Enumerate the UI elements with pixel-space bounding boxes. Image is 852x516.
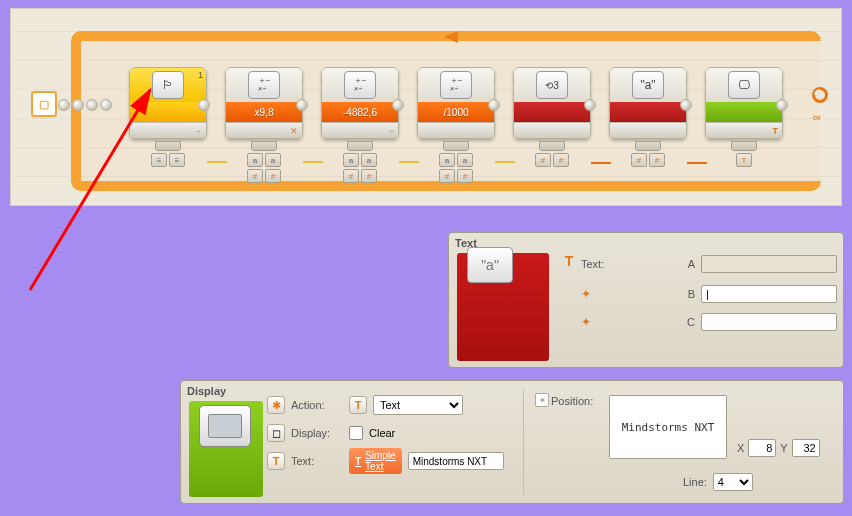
data-hub[interactable]: aa##: [225, 141, 303, 183]
clear-checkbox[interactable]: [349, 426, 363, 440]
star-icon: ✱: [267, 396, 285, 414]
block-footer: [418, 122, 494, 138]
block-label: [610, 102, 686, 122]
text-icon: "a": [467, 247, 513, 283]
block-footer: →: [130, 122, 206, 138]
plus-icon: ✦: [581, 315, 591, 329]
line-select[interactable]: 4: [713, 473, 753, 491]
display-icon: 🖵: [728, 71, 760, 99]
text-glyph-icon: T: [561, 253, 577, 269]
sequence-beam: [775, 94, 795, 116]
data-hub[interactable]: ##: [513, 141, 591, 167]
data-hub[interactable]: ##: [609, 141, 687, 167]
data-wire: [207, 161, 227, 163]
field-row-b: ✦ B: [581, 283, 837, 305]
start-block[interactable]: ▢: [31, 91, 57, 117]
sequence-beam: [57, 94, 129, 116]
number-to-text-block[interactable]: ⟲3: [513, 67, 591, 139]
text-config-panel: Text "a" T Text: A ✦ B ✦ C: [448, 232, 844, 368]
action-select[interactable]: Text: [373, 395, 463, 415]
y-label: Y: [780, 442, 787, 454]
text-c-input[interactable]: [701, 313, 837, 331]
block-label: [706, 102, 782, 122]
block-footer: −: [322, 122, 398, 138]
position-icon: ⌖: [535, 393, 549, 407]
sequence-beam: [679, 94, 699, 116]
data-wire: [495, 161, 515, 163]
display-small-icon: ◻: [267, 424, 285, 442]
block-label: [130, 102, 206, 122]
row-letter: B: [679, 288, 695, 300]
text-a-input[interactable]: [701, 255, 837, 273]
port-label: 1: [198, 70, 203, 80]
row-letter: A: [679, 258, 695, 270]
block-footer: [610, 122, 686, 138]
sequence-beam: [295, 94, 315, 116]
block-label: /1000: [418, 102, 494, 122]
data-hub[interactable]: ≡≡: [129, 141, 207, 167]
sequence-beam: [487, 94, 507, 116]
block-label: -4882,6: [322, 102, 398, 122]
text-b-input[interactable]: [701, 285, 837, 303]
x-label: X: [737, 442, 744, 454]
action-row: ✱ Action: T Text: [267, 393, 463, 417]
simple-text-button[interactable]: T SimpleText: [349, 448, 402, 474]
x-input[interactable]: [748, 439, 776, 457]
field-row-a: Text: A: [581, 253, 837, 275]
text-label: Text:: [291, 455, 343, 467]
data-wire: [687, 162, 707, 164]
display-text-input[interactable]: [408, 452, 504, 470]
sensor-block[interactable]: 🏳1 →: [129, 67, 207, 139]
line-row: Line: 4: [683, 473, 753, 491]
data-wire: [303, 161, 323, 163]
preview-screen[interactable]: Mindstorms NXT: [609, 395, 727, 459]
text-label: Text:: [581, 258, 629, 270]
loop-end-icon[interactable]: ∞: [805, 85, 835, 125]
block-footer: [514, 122, 590, 138]
math-block[interactable]: ＋−×÷ /1000: [417, 67, 495, 139]
panel-title: Display: [187, 385, 226, 397]
data-hub[interactable]: T: [705, 141, 783, 167]
data-wire: [591, 162, 611, 164]
math-icon: ＋−×÷: [248, 71, 280, 99]
action-label: Action:: [291, 399, 343, 411]
position-label: Position:: [551, 395, 593, 407]
display-block[interactable]: 🖵 T: [705, 67, 783, 139]
text-glyph-icon: T: [349, 396, 367, 414]
display-config-panel: Display ✱ Action: T Text ◻ Display: Clea…: [180, 380, 844, 504]
loop-arrow-icon: [444, 31, 458, 43]
text-row: T Text: T SimpleText: [267, 449, 504, 473]
sequence-beam: [391, 94, 411, 116]
text-glyph-icon: T: [267, 452, 285, 470]
numtotext-icon: ⟲3: [536, 71, 568, 99]
panel-swatch: [189, 401, 263, 497]
program-canvas[interactable]: ▢ 🏳1 → ＋−×÷ x9,8 ✕ ＋−×÷ -4882,6 − ＋−×÷ /…: [10, 8, 842, 206]
display-row: ◻ Display: Clear: [267, 421, 395, 445]
y-input[interactable]: [792, 439, 820, 457]
data-hub[interactable]: aa##: [417, 141, 495, 183]
text-block[interactable]: "a": [609, 67, 687, 139]
math-icon: ＋−×÷: [344, 71, 376, 99]
block-footer: T: [706, 122, 782, 138]
data-hub[interactable]: aa##: [321, 141, 399, 183]
divider: [523, 389, 524, 495]
math-icon: ＋−×÷: [440, 71, 472, 99]
block-footer: ✕: [226, 122, 302, 138]
sensor-icon: 🏳: [152, 71, 184, 99]
block-label: [514, 102, 590, 122]
panel-swatch: "a": [457, 253, 549, 361]
xy-row: X Y: [737, 439, 820, 457]
row-letter: C: [679, 316, 695, 328]
sequence-beam: [583, 94, 603, 116]
svg-text:∞: ∞: [813, 111, 821, 123]
line-label: Line:: [683, 476, 707, 488]
block-label: x9,8: [226, 102, 302, 122]
sequence-beam: [197, 94, 217, 116]
text-icon: "a": [632, 71, 664, 99]
plus-icon: ✦: [581, 287, 591, 301]
field-row-c: ✦ C: [581, 311, 837, 333]
math-block[interactable]: ＋−×÷ -4882,6 −: [321, 67, 399, 139]
display-icon: [199, 405, 251, 447]
clear-label: Clear: [369, 427, 395, 439]
math-block[interactable]: ＋−×÷ x9,8 ✕: [225, 67, 303, 139]
